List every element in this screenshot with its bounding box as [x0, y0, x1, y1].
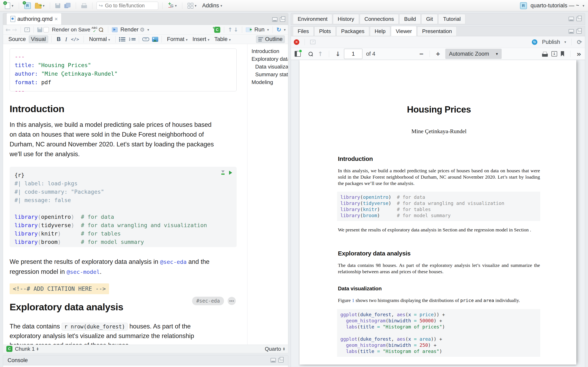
- visual-editor-canvas[interactable]: ---title: "Housing Prices"author: "Mine …: [3, 44, 288, 345]
- pdf-zoom-out-icon[interactable]: −: [419, 50, 424, 58]
- tab-git[interactable]: Git: [421, 14, 438, 24]
- minimize-pane-icon[interactable]: [272, 17, 277, 22]
- yaml-metadata-block[interactable]: ---title: "Housing Prices"author: "Mine …: [9, 49, 237, 91]
- tab-plots[interactable]: Plots: [314, 26, 336, 36]
- outline-toggle-button[interactable]: Outline: [256, 35, 285, 43]
- publish-button[interactable]: Publish: [542, 39, 560, 45]
- tab-packages[interactable]: Packages: [337, 26, 369, 36]
- paragraph-style-select[interactable]: Normal▾: [87, 36, 112, 43]
- tab-environment[interactable]: Environment: [293, 14, 332, 24]
- workspace-panes-button[interactable]: ▾: [186, 2, 198, 9]
- source-mode-button[interactable]: Source: [6, 36, 28, 43]
- tab-files[interactable]: Files: [293, 26, 314, 36]
- pdf-bookmark-icon[interactable]: [561, 51, 564, 57]
- go-next-section-icon[interactable]: ↓: [233, 26, 238, 33]
- document-mode-label[interactable]: Quarto: [265, 346, 281, 352]
- tab-history[interactable]: History: [333, 14, 359, 24]
- pdf-viewport[interactable]: Housing Prices Mine Çetinkaya-Rundel Int…: [291, 60, 585, 367]
- crossref-paragraph[interactable]: We present the results of exploratory da…: [9, 257, 216, 277]
- search-icon[interactable]: [99, 27, 103, 32]
- tab-viewer[interactable]: Viewer: [391, 26, 416, 36]
- visual-mode-button[interactable]: Visual: [29, 35, 48, 43]
- insert-menu[interactable]: Insert▾: [190, 36, 212, 43]
- console-header[interactable]: Console: [3, 355, 288, 365]
- goto-file-search[interactable]: ↪: [96, 2, 158, 10]
- intro-paragraph[interactable]: In this analysis, we build a model predi…: [9, 120, 216, 159]
- run-button[interactable]: Run: [254, 26, 265, 33]
- outline-item-introduction[interactable]: Introduction: [251, 47, 288, 55]
- save-all-button[interactable]: [63, 2, 72, 9]
- maximize-pane-icon[interactable]: [280, 17, 285, 22]
- section-id-badge[interactable]: #sec-eda: [192, 297, 224, 305]
- heading-eda[interactable]: Exploratory data analysis: [9, 301, 123, 313]
- maximize-pane-icon[interactable]: [576, 29, 582, 34]
- new-file-button[interactable]: ▾: [4, 2, 15, 10]
- tab-presentation[interactable]: Presentation: [417, 26, 457, 36]
- addins-button[interactable]: Addins ▾: [199, 2, 223, 9]
- outline-item-data-visualization[interactable]: Data visualization: [251, 63, 288, 71]
- outline-item-modeling[interactable]: Modeling: [251, 78, 288, 86]
- minimize-pane-icon[interactable]: [270, 358, 276, 363]
- pdf-zoom-select[interactable]: Automatic Zoom ▾: [445, 49, 502, 59]
- pdf-search-icon[interactable]: [309, 52, 313, 56]
- clear-viewer-icon[interactable]: ✕: [294, 39, 299, 45]
- bullet-list-icon[interactable]: [119, 37, 125, 42]
- back-icon[interactable]: ←: [6, 26, 11, 33]
- pdf-more-tools-icon[interactable]: »: [577, 50, 581, 58]
- chunk-position-label[interactable]: Chunk 1: [15, 346, 35, 352]
- tab-help[interactable]: Help: [370, 26, 390, 36]
- italic-button[interactable]: I: [63, 36, 69, 43]
- save-icon[interactable]: [37, 27, 42, 32]
- refresh-icon[interactable]: ⟳: [577, 39, 582, 46]
- table-menu[interactable]: Table▾: [212, 36, 233, 43]
- popout-icon[interactable]: ↗: [25, 27, 30, 32]
- pdf-zoom-in-icon[interactable]: +: [436, 50, 440, 58]
- pdf-next-page-icon[interactable]: ↓: [335, 50, 340, 58]
- run-all-above-icon[interactable]: [221, 170, 225, 175]
- pdf-prev-page-icon[interactable]: ↑: [318, 50, 323, 58]
- minimize-pane-icon[interactable]: [569, 29, 574, 34]
- open-in-browser-icon[interactable]: ↗: [310, 40, 315, 44]
- version-control-button[interactable]: +−G ▾: [167, 2, 178, 9]
- render-on-save-checkbox[interactable]: [43, 27, 49, 33]
- run-chunk-icon[interactable]: [229, 171, 232, 175]
- eda-paragraph[interactable]: The data contains r nrow(duke_forest) ho…: [9, 322, 216, 345]
- insert-chunk-button[interactable]: C: [214, 27, 220, 33]
- tab-connections[interactable]: Connections: [360, 14, 399, 24]
- minimize-pane-icon[interactable]: [569, 17, 574, 21]
- open-file-button[interactable]: ▾: [34, 2, 46, 9]
- r-code-chunk[interactable]: {r}#| label: load-pkgs#| code-summary: "…: [9, 167, 237, 247]
- rerun-icon[interactable]: ↻: [277, 26, 281, 33]
- heading-introduction[interactable]: Introduction: [9, 103, 64, 114]
- print-button[interactable]: [80, 2, 88, 9]
- chunk-code[interactable]: {r}#| label: load-pkgs#| code-summary: "…: [15, 171, 232, 246]
- new-project-button[interactable]: R: [23, 2, 32, 10]
- mode-nav-arrows-icon[interactable]: ▲▼: [283, 347, 285, 351]
- image-icon[interactable]: [152, 37, 158, 42]
- link-icon[interactable]: [142, 37, 149, 41]
- tab-authoring-qmd[interactable]: authoring.qmd ×: [7, 13, 61, 25]
- bold-button[interactable]: B: [55, 36, 63, 42]
- maximize-pane-icon[interactable]: [576, 17, 582, 21]
- numbered-list-icon[interactable]: [129, 38, 136, 40]
- pdf-print-icon[interactable]: [542, 54, 548, 57]
- pdf-sidebar-toggle-icon[interactable]: [295, 51, 301, 57]
- go-prev-section-icon[interactable]: ↑: [228, 26, 233, 33]
- chunk-nav-arrows-icon[interactable]: ▲▼: [37, 347, 38, 351]
- code-button[interactable]: </>: [70, 37, 80, 42]
- maximize-pane-icon[interactable]: [278, 358, 284, 363]
- html-comment-highlight[interactable]: <!--# ADD CITATION HERE -->: [9, 284, 109, 294]
- render-button[interactable]: Render: [121, 26, 139, 33]
- section-options-button[interactable]: •••: [228, 297, 236, 305]
- gear-icon[interactable]: ⚙: [140, 26, 145, 33]
- pdf-page-input[interactable]: [344, 49, 362, 59]
- tab-tutorial[interactable]: Tutorial: [438, 14, 465, 24]
- pdf-download-icon[interactable]: ↓: [552, 51, 557, 57]
- tab-build[interactable]: Build: [399, 14, 421, 24]
- save-button[interactable]: [54, 2, 61, 9]
- spellcheck-icon[interactable]: ABC✓: [91, 26, 98, 33]
- project-menu-button[interactable]: R quarto-tutorials — ~ ▾: [520, 2, 584, 9]
- console-body[interactable]: [3, 365, 288, 367]
- format-menu[interactable]: Format▾: [165, 36, 190, 43]
- outline-item-summary-statistics[interactable]: Summary statis…: [251, 71, 288, 78]
